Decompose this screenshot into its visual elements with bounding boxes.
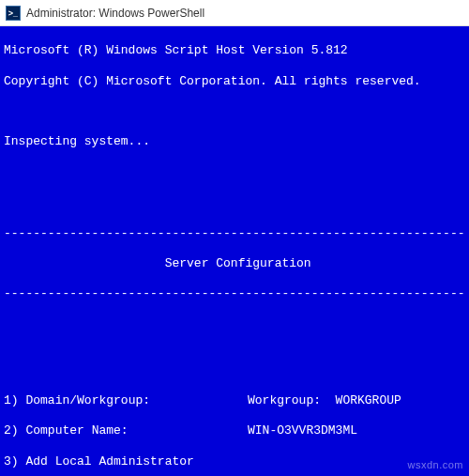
menu-row: 1) Domain/Workgroup:Workgroup: WORKGROUP [4, 393, 465, 408]
divider-bottom: ----------------------------------------… [4, 286, 465, 301]
window-title: Administrator: Windows PowerShell [26, 7, 204, 20]
header-line-2: Copyright (C) Microsoft Corporation. All… [4, 74, 465, 89]
console-area[interactable]: Microsoft (R) Windows Script Host Versio… [0, 26, 469, 476]
blank-line [4, 165, 465, 180]
menu-row: 3) Add Local Administrator [4, 454, 465, 469]
menu-row: 2) Computer Name:WIN-O3VVR3DM3ML [4, 423, 465, 438]
divider-top: ----------------------------------------… [4, 226, 465, 241]
blank-line [4, 195, 465, 210]
powershell-icon: >_ [6, 6, 21, 21]
header-line-1: Microsoft (R) Windows Script Host Versio… [4, 43, 465, 58]
blank-line [4, 347, 465, 362]
watermark: wsxdn.com [407, 457, 463, 472]
blank-line [4, 317, 465, 332]
titlebar[interactable]: >_ Administrator: Windows PowerShell [0, 0, 469, 26]
inspecting-line: Inspecting system... [4, 134, 465, 149]
section-title: Server Configuration [4, 256, 465, 271]
blank-line [4, 104, 465, 119]
powershell-window: >_ Administrator: Windows PowerShell Mic… [0, 0, 469, 476]
